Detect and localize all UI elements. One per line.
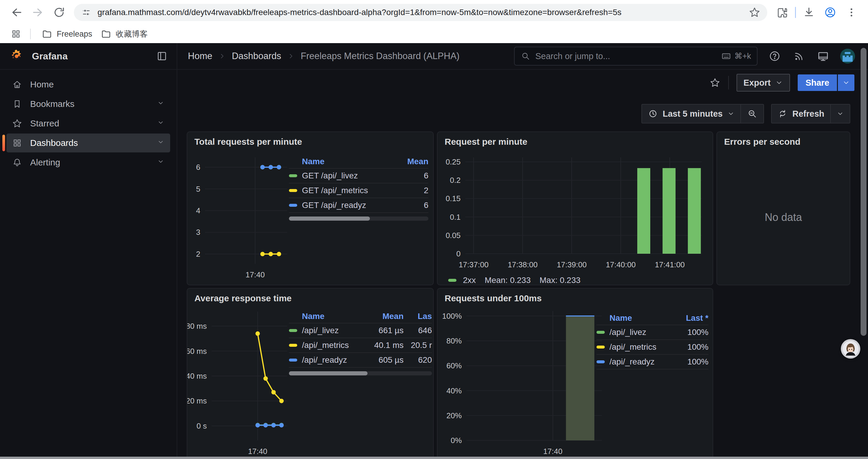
share-button[interactable]: Share [798,74,837,91]
bookmark-icon [12,99,23,109]
series-swatch[interactable] [596,331,605,334]
sidebar-item-dashboards[interactable]: Dashboards [6,133,170,153]
timeseries-chart[interactable]: 17:4065432 [188,150,291,283]
profile-icon[interactable] [823,5,838,20]
scrollbar-thumb[interactable] [289,371,368,375]
series-swatch[interactable] [289,329,297,332]
chevron-down-icon[interactable] [157,157,165,168]
legend-col-mean[interactable]: Mean [359,312,404,321]
browser-menu-icon[interactable] [844,5,859,20]
refresh-interval-button[interactable] [831,104,850,123]
legend-row[interactable]: /api/_readyz 100% [596,354,709,369]
forward-button[interactable] [30,5,45,20]
export-label: Export [744,78,771,88]
series-name[interactable]: /api/_metrics [610,342,656,352]
series-swatch[interactable] [289,174,297,177]
series-swatch[interactable] [596,360,605,363]
bar-chart[interactable]: 17:37:0017:38:0017:39:0017:40:0017:41:00… [440,150,706,274]
apps-grid-icon[interactable] [8,26,24,42]
panel-title[interactable]: Errors per second [724,137,800,147]
legend-row[interactable]: /api/_livez 661 µs 646 [289,323,432,338]
area-chart[interactable]: 17:40100%80%60%40%20%0% [439,306,606,459]
series-name[interactable]: GET /api/_livez [302,171,358,181]
breadcrumb-dashboards[interactable]: Dashboards [232,51,281,61]
legend-col-mean[interactable]: Mean [401,157,428,166]
grafana-logo[interactable] [9,48,24,64]
svg-text:17:40: 17:40 [248,447,267,456]
series-name[interactable]: GET /api/_metrics [302,186,368,195]
monitor-icon[interactable] [816,49,830,63]
legend-row[interactable]: GET /api/_metrics 2 [289,183,428,198]
zoom-out-button[interactable] [741,104,764,123]
legend-scrollbar[interactable] [289,371,432,375]
legend-row[interactable]: GET /api/_readyz 6 [289,198,428,212]
sidebar-item-alerting[interactable]: Alerting [6,153,170,172]
series-name[interactable]: /api/_readyz [610,357,655,366]
legend-row[interactable]: GET /api/_livez 6 [289,168,428,183]
reload-button[interactable] [52,5,67,20]
back-button[interactable] [9,5,24,20]
search-input[interactable]: Search or jump to... ⌘+k [514,47,757,66]
breadcrumb-home[interactable]: Home [188,51,212,61]
export-button[interactable]: Export [737,74,790,92]
series-name[interactable]: 2xx [463,275,476,285]
downloads-icon[interactable] [801,5,816,20]
series-name[interactable]: /api/_readyz [302,355,347,365]
page-scrollbar-thumb[interactable] [861,48,867,336]
panel-title[interactable]: Request per minute [445,137,527,147]
series-name[interactable]: GET /api/_readyz [302,201,366,210]
extensions-icon[interactable] [774,5,790,20]
help-icon[interactable] [768,49,782,63]
panel-title[interactable]: Average response time [194,293,291,303]
legend-col-name[interactable]: Name [596,314,670,323]
legend-row[interactable]: /api/_livez 100% [596,325,709,339]
timeseries-chart[interactable]: 17:4080 ms60 ms40 ms20 ms0 s [188,306,291,459]
legend-row[interactable]: /api/_metrics 40.1 ms 20.5 r [289,338,432,352]
sidebar-collapse-icon[interactable] [156,50,168,62]
user-avatar[interactable] [840,49,855,64]
chevron-down-icon[interactable] [157,138,165,148]
chevron-down-icon[interactable] [157,119,165,129]
sidebar-item-label: Home [30,79,165,90]
legend-row[interactable]: /api/_readyz 605 µs 620 [289,352,432,367]
sidebar-item-bookmarks[interactable]: Bookmarks [6,95,170,113]
series-name[interactable]: /api/_livez [302,326,339,335]
legend-col-name[interactable]: Name [289,312,359,321]
legend-scrollbar[interactable] [289,217,428,221]
series-name[interactable]: /api/_metrics [302,340,349,350]
bookmark-folder-blogs[interactable]: 收藏博客 [96,27,152,41]
bookmark-folder-freeleaps[interactable]: Freeleaps [37,27,96,41]
series-swatch[interactable] [448,279,457,282]
series-swatch[interactable] [289,204,297,207]
chevron-down-icon[interactable] [157,99,165,109]
legend-inline[interactable]: 2xx Mean: 0.233 Max: 0.233 [448,275,581,285]
url-text[interactable]: grafana.mathmast.com/d/deytv4rwavabkb/fr… [97,8,743,17]
url-bar[interactable]: grafana.mathmast.com/d/deytv4rwavabkb/fr… [74,4,767,21]
legend-col-last[interactable]: Las [404,312,432,321]
legend-col-last[interactable]: Last * [670,314,709,323]
series-swatch[interactable] [289,189,297,192]
sidebar-item-starred[interactable]: Starred [6,114,170,133]
time-range-picker[interactable]: Last 5 minutes [642,104,740,123]
panel-errors-per-second: Errors per second No data [716,131,850,285]
share-menu-button[interactable] [838,74,855,91]
series-swatch[interactable] [596,346,605,349]
favorite-star-icon[interactable] [709,77,720,88]
sidebar-item-home[interactable]: Home [6,75,170,94]
scrollbar-thumb[interactable] [289,217,370,221]
floating-assistant-avatar[interactable] [841,339,860,359]
legend-col-name[interactable]: Name [289,157,401,166]
news-rss-icon[interactable] [792,49,806,63]
bookmark-star-icon[interactable] [748,6,761,19]
series-swatch[interactable] [289,359,297,362]
panel-title[interactable]: Requests under 100ms [445,293,541,303]
horizontal-scrollbar[interactable] [0,457,868,459]
panel-title[interactable]: Total requests per minute [194,137,302,147]
legend-row[interactable]: /api/_metrics 100% [596,339,709,354]
refresh-button[interactable]: Refresh [772,104,830,123]
svg-text:100%: 100% [442,312,462,321]
site-settings-icon[interactable] [80,6,92,18]
series-name[interactable]: /api/_livez [610,328,646,337]
series-swatch[interactable] [289,344,297,347]
refresh-label: Refresh [793,109,824,119]
